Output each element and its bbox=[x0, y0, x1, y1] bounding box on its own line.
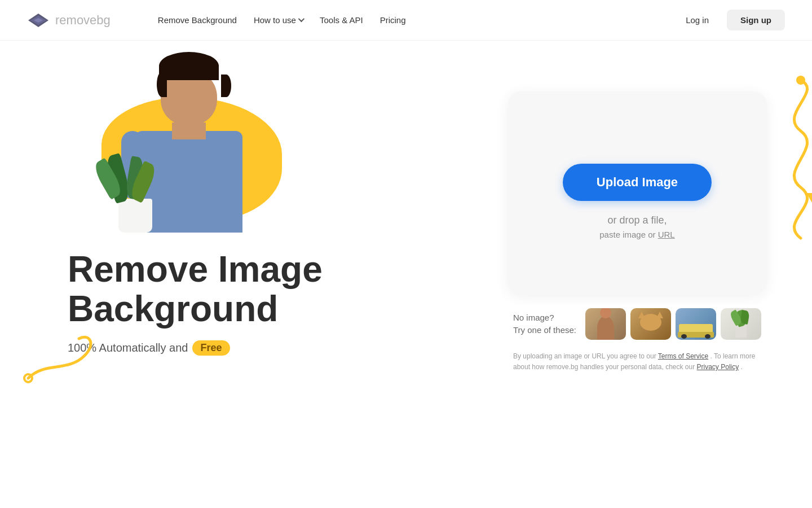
sample-image-plant[interactable] bbox=[721, 308, 761, 340]
logo-text: removebg bbox=[55, 13, 111, 28]
nav-links: Remove Background How to use Tools & API… bbox=[131, 0, 433, 41]
nav-right: Log in Sign up bbox=[677, 10, 785, 30]
nav-link-how-to-use[interactable]: How to use bbox=[254, 15, 303, 25]
hero-image-area bbox=[68, 86, 304, 233]
upload-image-button[interactable]: Upload Image bbox=[563, 164, 712, 201]
main-content: Remove Image Background 100% Automatical… bbox=[0, 41, 812, 373]
svg-point-3 bbox=[796, 76, 805, 85]
login-button[interactable]: Log in bbox=[677, 11, 718, 29]
upload-card: Upload Image or drop a file, paste image… bbox=[508, 91, 767, 295]
person-hair-top bbox=[159, 52, 219, 80]
hero-title: Remove Image Background bbox=[68, 249, 383, 329]
person-hair-right bbox=[221, 75, 231, 97]
no-image-text: No image? Try one of these: bbox=[513, 312, 576, 337]
url-link[interactable]: URL bbox=[658, 230, 675, 239]
signup-button[interactable]: Sign up bbox=[727, 10, 785, 30]
sample-image-person[interactable] bbox=[585, 308, 626, 340]
hero-subtitle: 100% Automatically and Free bbox=[68, 340, 383, 356]
privacy-link[interactable]: Privacy Policy bbox=[697, 363, 739, 371]
plant-pot bbox=[118, 199, 152, 233]
logo-icon bbox=[27, 12, 50, 28]
nav-link-pricing[interactable]: Pricing bbox=[380, 15, 406, 25]
deco-squiggle-right bbox=[756, 75, 812, 244]
paste-text: paste image or URL bbox=[599, 230, 674, 239]
drop-file-text: or drop a file, bbox=[607, 214, 667, 226]
sample-image-car[interactable] bbox=[676, 308, 716, 340]
free-badge: Free bbox=[192, 340, 230, 356]
deco-squiggle-bottom-left bbox=[23, 327, 102, 384]
deco-triangle bbox=[806, 193, 812, 212]
no-image-section: No image? Try one of these: bbox=[508, 308, 767, 340]
disclaimer-text: By uploading an image or URL you agree t… bbox=[508, 351, 767, 373]
chevron-down-icon bbox=[298, 16, 304, 22]
hero-illustration bbox=[118, 100, 259, 233]
nav-left: removebg Remove Background How to use To… bbox=[27, 0, 433, 41]
person-hair-left bbox=[157, 72, 167, 97]
nav-link-tools-api[interactable]: Tools & API bbox=[320, 15, 363, 25]
navbar: removebg Remove Background How to use To… bbox=[0, 0, 812, 41]
sample-image-cat[interactable] bbox=[630, 308, 671, 340]
right-section: Upload Image or drop a file, paste image… bbox=[508, 91, 767, 373]
left-section: Remove Image Background 100% Automatical… bbox=[68, 75, 383, 356]
terms-link[interactable]: Terms of Service bbox=[658, 352, 708, 360]
sample-images bbox=[585, 308, 761, 340]
nav-link-remove-background[interactable]: Remove Background bbox=[158, 15, 237, 25]
logo-link[interactable]: removebg bbox=[27, 12, 111, 28]
